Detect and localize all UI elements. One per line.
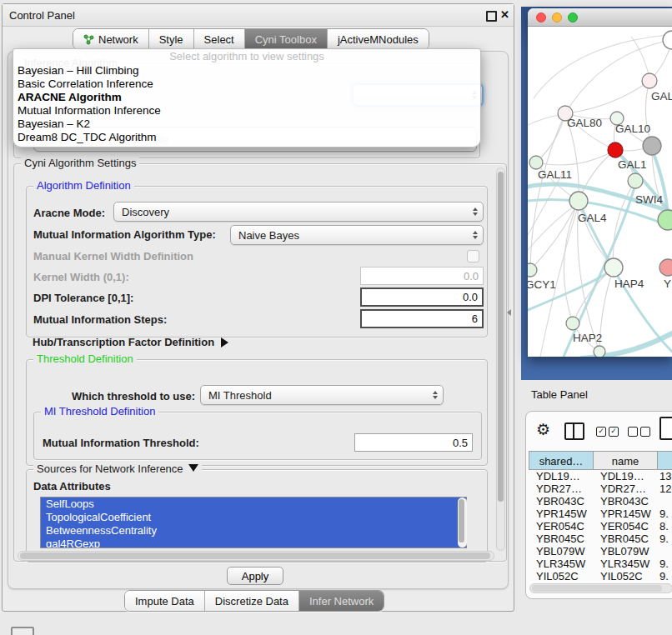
data-attributes-label: Data Attributes [33, 480, 111, 492]
node-label-gal: GAL [651, 90, 672, 102]
network-node-hap4[interactable] [604, 258, 623, 277]
network-window-titlebar[interactable] [528, 8, 672, 27]
mi-threshold-field[interactable] [354, 433, 473, 452]
table-row[interactable]: YBL079WYBL079W [529, 545, 672, 558]
algorithm-option-aracne-algorithm[interactable]: ARACNE Algorithm [13, 91, 480, 104]
tab-cyni-toolbox[interactable]: Cyni Toolbox [245, 29, 328, 49]
manual-kernel-label: Manual Kernel Width Definition [33, 250, 193, 262]
dpi-tolerance-field[interactable] [360, 288, 484, 307]
table-header-row: shared…nameA [529, 451, 672, 470]
attribute-item-betweennesscentrality[interactable]: BetweennessCentrality [41, 524, 466, 538]
which-threshold-label: Which threshold to use: [72, 390, 195, 402]
algorithm-dropdown-list: Select algorithm to view settings Bayesi… [13, 48, 481, 148]
node-label-swi4: SWI4 [635, 193, 663, 206]
tab-network[interactable]: Network [73, 29, 149, 49]
mi-steps-field[interactable] [360, 309, 484, 328]
network-node-hap2[interactable] [566, 317, 579, 330]
table-cell: YIL052C [529, 570, 593, 582]
attribute-list-scrollbar[interactable] [458, 498, 467, 548]
network-node-swi4[interactable] [628, 173, 643, 188]
cyni-algorithm-settings-title: Cyni Algorithm Settings [21, 157, 139, 169]
tab-discretize-data[interactable]: Discretize Data [205, 591, 299, 611]
algorithm-option-basic-correlation-inference[interactable]: Basic Correlation Inference [13, 78, 480, 91]
column-header-shared[interactable]: shared… [529, 451, 593, 470]
tab-impute-data[interactable]: Impute Data [125, 591, 205, 611]
dpi-tolerance-label: DPI Tolerance [0,1]: [33, 292, 133, 304]
table-page-icon[interactable] [659, 417, 672, 440]
network-node[interactable] [643, 137, 661, 155]
network-node-y[interactable] [659, 259, 672, 276]
panel-collapse-arrow[interactable] [507, 309, 511, 316]
table-row[interactable]: YPR145WYPR145W9. [529, 508, 672, 520]
attribute-item-selfloops[interactable]: SelfLoops [41, 498, 466, 511]
network-node-gal4[interactable] [569, 192, 588, 210]
table-row[interactable]: YDL19…YDL19…13 [529, 470, 672, 482]
kernel-width-field[interactable] [360, 267, 484, 285]
attribute-item-gal4rgexp[interactable]: gal4RGexp [41, 538, 466, 548]
network-node-gal1[interactable] [608, 142, 623, 158]
which-threshold-combobox[interactable]: MI Threshold [200, 385, 444, 405]
table-panel: ⚙ ✓ ✓ shared…nameA YDL19…YDL19…13YDR27…Y… [525, 411, 672, 599]
deselect-all-icon[interactable] [628, 427, 638, 437]
select-all-icon[interactable]: ✓ [609, 427, 619, 437]
column-header-a[interactable]: A [657, 451, 672, 470]
attribute-item-topologicalcoefficient[interactable]: TopologicalCoefficient [41, 511, 466, 524]
gear-icon[interactable]: ⚙ [536, 420, 550, 439]
window-minimize-button[interactable] [552, 12, 562, 22]
close-icon[interactable]: ✕ [500, 8, 509, 21]
table-row[interactable]: YBR043CYBR043C [529, 495, 672, 508]
settings-horizontal-scrollbar[interactable] [18, 551, 494, 561]
network-node[interactable] [663, 31, 672, 49]
table-horizontal-scrollbar[interactable] [529, 583, 672, 593]
algorithm-option-bayesian-hill-climbing[interactable]: Bayesian – Hill Climbing [13, 64, 480, 78]
float-icon[interactable] [486, 11, 497, 22]
algorithm-option-bayesian-k2[interactable]: Bayesian – K2 [13, 118, 480, 131]
table-row[interactable]: YER054CYER054C8. [529, 520, 672, 532]
apply-button[interactable]: Apply [227, 567, 283, 585]
network-edge [573, 268, 614, 323]
table-row[interactable]: YDR27…YDR27…12 [529, 482, 672, 495]
network-node-gcy1[interactable] [528, 263, 537, 277]
window-close-button[interactable] [536, 12, 546, 22]
tab-label: Select [204, 33, 234, 46]
tab-select[interactable]: Select [194, 29, 245, 49]
mi-algorithm-type-combobox[interactable]: Naive Bayes [230, 225, 484, 245]
table-row[interactable]: YIL052CYIL052C9. [529, 570, 672, 582]
network-node[interactable] [658, 210, 672, 230]
data-attributes-list[interactable]: SelfLoopsTopologicalCoefficientBetweenne… [40, 497, 467, 548]
tab-style[interactable]: Style [149, 29, 194, 49]
hub-definition-toggle[interactable]: Hub/Transcription Factor Definition [33, 336, 228, 348]
sources-title[interactable]: Sources for Network Inference [33, 462, 202, 475]
top-tab-strip: NetworkStyleSelectCyni ToolboxjActiveMNo… [73, 28, 429, 50]
aracne-mode-combobox[interactable]: Discovery [113, 202, 484, 222]
combo-spinner-icon [433, 391, 438, 399]
minimized-panel-icon[interactable] [11, 627, 34, 635]
split-columns-icon[interactable] [564, 422, 584, 440]
table-row[interactable]: YLR345WYLR345W9. [529, 558, 672, 570]
network-node-gal11[interactable] [529, 156, 543, 169]
table-row[interactable]: YBR045CYBR045C9. [529, 532, 672, 545]
expand-right-icon [221, 338, 228, 348]
algorithm-definition-title: Algorithm Definition [33, 179, 134, 192]
algorithm-option-dream8-dc-tdc-algorithm[interactable]: Dream8 DC_TDC Algorithm [13, 131, 480, 144]
manual-kernel-checkbox[interactable] [467, 250, 479, 262]
column-header-name[interactable]: name [593, 451, 657, 470]
network-edge [528, 115, 559, 125]
table-cell: 9. [657, 570, 672, 582]
window-zoom-button[interactable] [568, 12, 578, 22]
node-label-gal80: GAL80 [567, 117, 602, 129]
tab-infer-network[interactable]: Infer Network [299, 591, 384, 611]
mi-algorithm-type-value: Naive Bayes [238, 229, 299, 242]
network-node-gal[interactable] [642, 73, 657, 88]
deselect-all-icon[interactable] [640, 427, 650, 437]
settings-vertical-scrollbar[interactable] [496, 168, 505, 551]
algorithm-option-mutual-information-inference[interactable]: Mutual Information Inference [13, 104, 480, 118]
network-canvas-container: GALGAL80GAL10GAL1SWI4GAL11GAL4HAP4YGCY1H… [528, 27, 672, 357]
network-canvas[interactable]: GALGAL80GAL10GAL1SWI4GAL11GAL4HAP4YGCY1H… [528, 27, 672, 357]
network-node[interactable] [594, 346, 605, 357]
table-cell: YER054C [529, 520, 593, 532]
select-all-icon[interactable]: ✓ [596, 427, 606, 437]
control-panel: Control Panel ✕ NetworkStyleSelectCyni T… [2, 3, 514, 612]
tab-jactivemnodules[interactable]: jActiveMNodules [328, 29, 429, 49]
tab-label: Infer Network [309, 595, 374, 608]
